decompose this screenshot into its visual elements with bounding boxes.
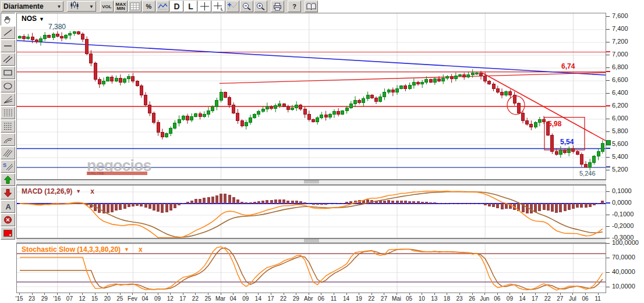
gann-lines-tool[interactable]: S	[1, 160, 15, 173]
help-button-label: ?	[292, 5, 296, 9]
daily-button[interactable]: D	[170, 1, 183, 12]
time-axis-label: 11	[595, 295, 600, 302]
time-axis-label: 22	[280, 295, 286, 302]
macd-axis-label: 0,1000	[612, 187, 632, 194]
time-axis-label: 23	[29, 295, 35, 302]
grid-button[interactable]	[128, 1, 141, 12]
delete-drawing-tool[interactable]	[1, 213, 15, 226]
watermark: negocios ONLINE	[87, 158, 151, 175]
resistance-annotation: 6,74	[561, 62, 575, 70]
fan-lines-tool[interactable]	[1, 93, 15, 106]
time-axis-tick	[19, 293, 20, 295]
time-axis-tick	[95, 293, 95, 295]
price-axis-label: 6,800	[612, 63, 628, 70]
price-axis-label: 7,000	[612, 51, 628, 58]
time-axis-tick	[560, 293, 561, 295]
time-axis-label: '16	[53, 295, 61, 302]
trend-line-tool[interactable]	[1, 26, 15, 39]
chart-type-select[interactable]: ▼	[67, 1, 96, 12]
time-axis-label: 26	[469, 295, 475, 302]
fibonacci-arcs-tool[interactable]	[1, 133, 15, 146]
toolbar: Diariamente ▼ ▼ VOLMAX MIN%DLL?	[0, 0, 318, 13]
volume-button[interactable]: VOL	[100, 1, 114, 12]
panel-splitter[interactable]	[16, 180, 606, 185]
time-axis: '152329'160712152025Fev040912172225Mar04…	[0, 293, 644, 303]
price-axis-tick	[606, 55, 610, 55]
zoom-in-button[interactable]	[254, 1, 267, 12]
time-axis-tick	[132, 293, 133, 295]
zoom-out-button[interactable]	[240, 1, 253, 12]
time-axis-label: 23	[456, 295, 462, 302]
up-arrow-marker-tool[interactable]	[1, 173, 15, 186]
down-arrow-marker-tool[interactable]	[1, 187, 15, 199]
rectangle-tool[interactable]	[1, 66, 15, 79]
time-axis-label: Jun	[480, 295, 489, 302]
period-value: Diariamente	[3, 2, 44, 10]
color-picker-tool[interactable]	[1, 227, 15, 240]
time-axis-label: 15	[91, 295, 98, 302]
macd-axis-tick	[606, 238, 610, 238]
stochastic-panel[interactable]: Stochastic Slow (14,3,3,80,20)▼x	[16, 243, 606, 293]
time-axis-label: 14	[255, 295, 261, 302]
max-min-button[interactable]: MAX MIN	[114, 1, 128, 12]
book-button[interactable]	[305, 1, 318, 12]
stochastic-axis-tick	[606, 243, 610, 244]
speed-lines-tool[interactable]	[1, 147, 15, 159]
fibonacci-time-zones-tool[interactable]	[1, 106, 15, 119]
horizontal-line-tool[interactable]	[1, 40, 15, 52]
time-axis-tick	[447, 293, 447, 295]
time-axis-label: 18	[444, 295, 450, 302]
range-lines-button[interactable]	[156, 1, 169, 12]
macd-label-text: MACD (12,26,9)	[22, 187, 72, 195]
time-axis-label: 25	[116, 295, 123, 302]
panel-splitter[interactable]	[16, 238, 606, 243]
max-min-button-label: MAX MIN	[116, 2, 126, 10]
time-axis-tick	[32, 293, 33, 295]
ellipse-tool[interactable]	[1, 80, 15, 92]
add-study-button[interactable]	[226, 1, 239, 12]
svg-text:S: S	[3, 162, 6, 168]
print-button[interactable]	[271, 1, 284, 12]
level-axis-tick	[606, 71, 610, 72]
splitter-grip-icon	[304, 239, 319, 243]
drawing-tools-sidebar: SA	[0, 13, 16, 240]
period-high-label: 7,380	[48, 23, 66, 31]
parallel-lines-tool[interactable]	[1, 53, 15, 66]
crosshair-l-button[interactable]: L	[212, 1, 225, 12]
price-axis-label: 6,600	[612, 76, 628, 83]
percent-button[interactable]: %	[142, 1, 155, 12]
pan-hand-tool[interactable]	[1, 13, 15, 26]
price-axis-label: 5,800	[612, 127, 628, 134]
stochastic-indicator-label[interactable]: Stochastic Slow (14,3,3,80,20)▼x	[22, 245, 143, 254]
time-axis-tick	[409, 293, 410, 295]
price-axis-label: 7,200	[612, 38, 628, 45]
watermark-subtext: ONLINE	[88, 172, 104, 175]
svg-text:A: A	[6, 202, 12, 211]
stochastic-axis-label: 70,0000	[612, 254, 635, 261]
time-axis-label: Mar	[215, 295, 225, 302]
time-axis-label: 09	[507, 295, 513, 302]
fibonacci-retracement-tool[interactable]	[1, 120, 15, 133]
stochastic-axis-label: 100,0000	[612, 239, 639, 246]
stochastic-axis-tick	[606, 272, 610, 273]
macd-axis-label: -0,1000	[612, 211, 634, 218]
price-panel[interactable]: NOS▼ 7,380 6,74 5,98 5,54 5,246 negocios…	[16, 13, 606, 180]
text-tool[interactable]: A	[1, 200, 15, 213]
symbol-selector[interactable]: NOS▼	[22, 15, 44, 23]
daily-button-label: D	[174, 5, 179, 9]
help-button[interactable]: ?	[288, 1, 301, 12]
close-macd-button[interactable]: x	[90, 187, 94, 195]
svg-text:L: L	[221, 7, 224, 11]
line-chart-button[interactable]: L	[184, 1, 197, 12]
macd-indicator-label[interactable]: MACD (12,26,9)▼x	[22, 187, 94, 195]
chevron-down-icon: ▼	[89, 4, 94, 9]
period-select[interactable]: Diariamente ▼	[1, 1, 63, 12]
price-axis-label: 5,400	[612, 153, 628, 160]
macd-panel[interactable]: MACD (12,26,9)▼x	[16, 185, 606, 238]
charting-application: Diariamente ▼ ▼ VOLMAX MIN%DLL? SA NOS▼ …	[0, 0, 644, 303]
crosshair-button[interactable]	[198, 1, 211, 12]
price-axis-label: 7,400	[612, 25, 628, 32]
time-axis-tick	[535, 293, 536, 295]
close-stochastic-button[interactable]: x	[139, 245, 143, 254]
macd-axis-tick	[606, 191, 610, 192]
